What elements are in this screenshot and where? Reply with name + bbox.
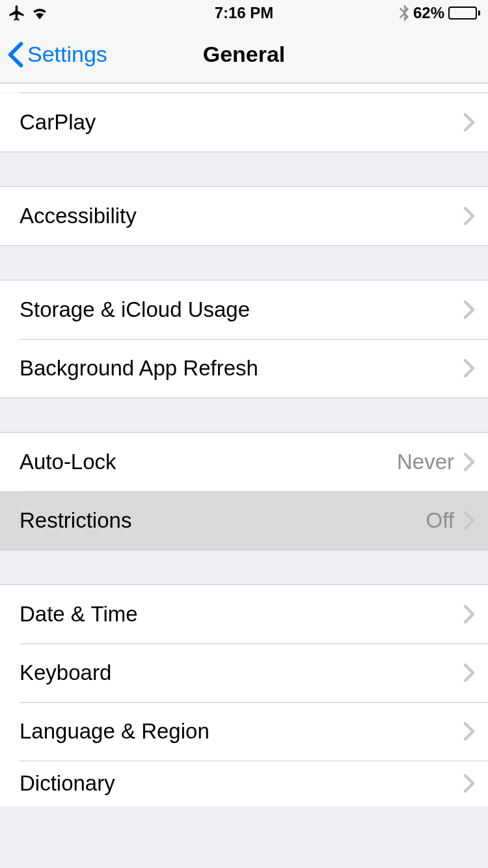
- status-right: 62%: [399, 4, 480, 22]
- cell-accessibility[interactable]: Accessibility: [0, 187, 488, 245]
- page-title: General: [203, 42, 286, 67]
- cell-label: Language & Region: [20, 719, 463, 744]
- chevron-right-icon: [463, 604, 475, 624]
- group-accessibility: Accessibility: [0, 186, 488, 246]
- battery-percent: 62%: [413, 4, 444, 22]
- group-lock: Auto-Lock Never Restrictions Off: [0, 432, 488, 550]
- chevron-right-icon: [463, 206, 475, 226]
- cell-dictionary[interactable]: Dictionary: [0, 761, 488, 806]
- chevron-right-icon: [463, 722, 475, 741]
- battery-icon: [448, 7, 480, 20]
- cell-storage-icloud[interactable]: Storage & iCloud Usage: [0, 280, 488, 339]
- group-carplay: CarPlay: [0, 93, 488, 152]
- chevron-right-icon: [463, 511, 475, 530]
- cell-language-region[interactable]: Language & Region: [0, 702, 488, 761]
- wifi-icon: [31, 7, 48, 20]
- cell-carplay[interactable]: CarPlay: [0, 93, 488, 152]
- chevron-right-icon: [463, 113, 475, 132]
- chevron-right-icon: [463, 452, 475, 472]
- back-label: Settings: [27, 42, 107, 67]
- settings-list: CarPlay Accessibility Storage & iCloud U…: [0, 83, 488, 806]
- chevron-right-icon: [463, 300, 475, 319]
- chevron-right-icon: [463, 359, 475, 378]
- chevron-right-icon: [463, 774, 475, 793]
- cell-auto-lock[interactable]: Auto-Lock Never: [0, 433, 488, 491]
- cell-restrictions[interactable]: Restrictions Off: [0, 491, 488, 550]
- cell-label: Auto-Lock: [20, 450, 397, 474]
- cell-date-time[interactable]: Date & Time: [0, 585, 488, 644]
- cell-label: Background App Refresh: [20, 356, 463, 381]
- cell-background-app-refresh[interactable]: Background App Refresh: [0, 339, 488, 398]
- bluetooth-icon: [399, 5, 409, 21]
- chevron-right-icon: [463, 663, 475, 683]
- cell-label: Storage & iCloud Usage: [20, 297, 463, 322]
- back-button[interactable]: Settings: [0, 42, 107, 68]
- group-storage: Storage & iCloud Usage Background App Re…: [0, 280, 488, 398]
- airplane-mode-icon: [8, 4, 26, 22]
- cell-keyboard[interactable]: Keyboard: [0, 644, 488, 702]
- cell-value: Never: [397, 450, 454, 474]
- cell-label: Restrictions: [20, 508, 426, 533]
- group-locale: Date & Time Keyboard Language & Region D…: [0, 584, 488, 806]
- cell-label: Dictionary: [20, 771, 463, 796]
- status-left: [8, 4, 48, 22]
- cell-label: Date & Time: [20, 602, 463, 627]
- cell-label: CarPlay: [20, 110, 463, 135]
- status-time: 7:16 PM: [215, 4, 274, 22]
- nav-bar: Settings General: [0, 26, 488, 83]
- cell-label: Accessibility: [20, 204, 463, 228]
- status-bar: 7:16 PM 62%: [0, 0, 488, 26]
- cell-label: Keyboard: [20, 660, 463, 685]
- cell-value: Off: [426, 508, 454, 533]
